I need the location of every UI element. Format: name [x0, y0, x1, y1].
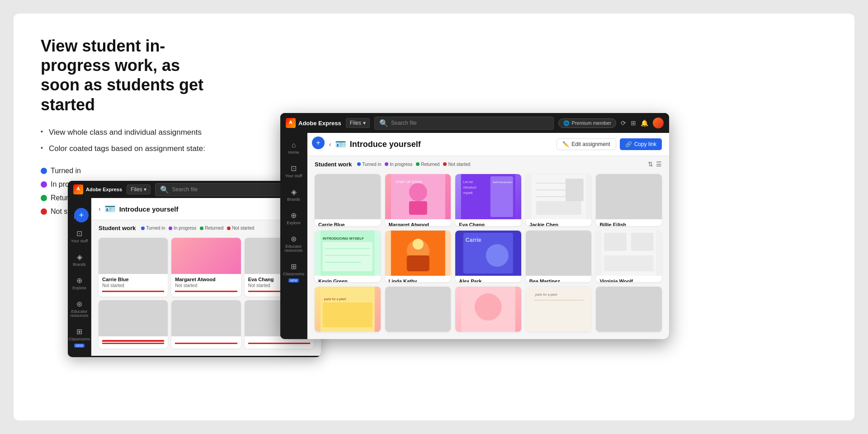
dot-turned-in: [41, 168, 47, 174]
stuff-icon-bg: ⊡: [76, 229, 82, 238]
dot-not-started: [41, 208, 47, 215]
student-card-r3-5[interactable]: [596, 287, 662, 332]
card-status-bg-6: [248, 340, 310, 342]
card-thumb-r3-5: [596, 287, 662, 332]
svg-text:INTRODUCING MYSELF: INTRODUCING MYSELF: [323, 236, 364, 241]
premium-label: Premium member: [572, 120, 611, 126]
card-bar-bg-6: [248, 343, 310, 344]
student-card-jackie[interactable]: Jackie Chen Turned in: [526, 174, 592, 226]
list-icon[interactable]: ☰: [656, 160, 662, 168]
sidebar-stuff-fg[interactable]: ⊡ Your stuff: [282, 160, 306, 182]
card-name-bg-2: Margaret Atwood: [175, 277, 237, 282]
sw-title-fg: Student work: [315, 161, 352, 168]
sw-legend-fg: Turned in In progress Returned Not start…: [357, 162, 470, 167]
student-card-bg-2[interactable]: Margaret Atwood Not started: [171, 238, 241, 297]
card-name-bea: Bea Martinez: [529, 278, 588, 283]
card-info-bg-1: Carrie Blue Not started: [99, 274, 168, 294]
copy-link-button[interactable]: 🔗 Copy link: [620, 138, 662, 150]
student-card-r3-1[interactable]: parts for a plant: [315, 287, 381, 332]
plus-button-fg[interactable]: +: [312, 137, 325, 149]
linda-artwork: [385, 231, 451, 276]
r3-4-artwork: parts for a plant: [526, 287, 592, 332]
refresh-icon[interactable]: ⟳: [621, 119, 626, 127]
ae-main-fg: ⌂ Home ⊡ Your stuff ◈ Brands ⊕ Explore ⊛: [280, 133, 669, 339]
bell-icon[interactable]: 🔔: [641, 119, 648, 127]
student-card-alex[interactable]: Carrie Alex Park Returned: [455, 231, 521, 283]
sidebar-edu-fg[interactable]: ⊛ Educator resources: [282, 231, 306, 257]
student-card-billie[interactable]: Billie Eilish Not started: [596, 174, 662, 226]
student-card-r3-3[interactable]: [455, 287, 521, 332]
files-dropdown-fg[interactable]: Files ▾: [346, 118, 370, 128]
user-avatar[interactable]: [653, 118, 664, 128]
sort-icon[interactable]: ⇅: [648, 160, 653, 168]
header-actions-fg: ✏️ Edit assignment 🔗 Copy link: [557, 138, 662, 150]
card-info-kevin: Kevin Green In progress: [315, 276, 381, 283]
svg-rect-33: [604, 233, 627, 251]
student-card-bg-5[interactable]: [171, 300, 241, 349]
sidebar-fg: ⌂ Home ⊡ Your stuff ◈ Brands ⊕ Explore ⊛: [280, 133, 307, 339]
card-status-bg-5: [175, 340, 237, 342]
card-thumb-billie: [596, 174, 662, 219]
sidebar-classrooms-label-fg: Classrooms: [283, 272, 305, 277]
sidebar-explore-fg[interactable]: ⊕ Explore: [282, 208, 306, 229]
svg-rect-35: [604, 255, 654, 271]
classrooms-icon-bg: ⊞: [76, 327, 82, 336]
student-card-bea[interactable]: Bea Martinez Not started: [526, 231, 592, 283]
card-thumb-carrie: [315, 174, 381, 219]
student-card-bg-4[interactable]: [99, 300, 168, 349]
assignment-icon-fg: 🪪: [335, 139, 346, 150]
explore-icon-bg: ⊕: [76, 276, 82, 285]
card-info-alex: Alex Park Returned: [455, 276, 521, 283]
card-info-linda: Linda Kathy Turned in: [385, 276, 451, 283]
dot-returned: [41, 195, 47, 201]
card-thumb-kevin: INTRODUCING MYSELF: [315, 231, 381, 276]
card-info-margaret: Margaret Atwood In progress: [385, 219, 451, 226]
sidebar-edu-label-fg: Educator resources: [284, 245, 304, 254]
r3-1-artwork: parts for a plant: [315, 287, 381, 332]
card-name-kevin: Kevin Green: [318, 278, 377, 283]
student-card-eva[interactable]: Let me Introduce myself. Self-Introducti…: [455, 174, 521, 226]
search-icon-bg: 🔍: [160, 185, 169, 194]
edit-assignment-button[interactable]: ✏️ Edit assignment: [557, 138, 616, 150]
sidebar-edu-bg[interactable]: ⊛ Educator resources: [68, 296, 91, 322]
search-bar-fg[interactable]: 🔍 Search file: [374, 117, 554, 130]
student-card-kevin[interactable]: INTRODUCING MYSELF Kevin Green In progre…: [315, 231, 381, 283]
grid-icon[interactable]: ⊞: [631, 119, 636, 127]
student-card-linda[interactable]: Linda Kathy Turned in: [385, 231, 451, 283]
back-button-bg[interactable]: ‹: [99, 205, 101, 212]
legend-dot-fg-1: [357, 162, 361, 166]
sidebar-brands-bg[interactable]: ◈ Brands: [68, 249, 91, 271]
card-thumb-r3-2: [385, 287, 451, 332]
student-grid-fg: Carrie Blue Not started STEP UP STEM: [307, 170, 669, 339]
student-card-r3-2[interactable]: [385, 287, 451, 332]
sidebar-classrooms-fg[interactable]: ⊞ Classrooms NEW: [282, 259, 306, 286]
sidebar-stuff-bg[interactable]: ⊡ Your stuff: [68, 226, 91, 247]
card-thumb-linda: [385, 231, 451, 276]
sidebar-brands-fg[interactable]: ◈ Brands: [282, 184, 306, 206]
files-dropdown-bg[interactable]: Files ▾: [127, 184, 151, 194]
student-card-bg-1[interactable]: Carrie Blue Not started: [99, 238, 168, 297]
legend-dot-fg-4: [443, 162, 447, 166]
sidebar-home-fg[interactable]: ⌂ Home: [282, 137, 306, 159]
ae-logo-text-bg: Adobe Express: [86, 187, 122, 192]
card-thumb-r3-4: parts for a plant: [526, 287, 592, 332]
svg-text:parts for a plant: parts for a plant: [535, 293, 557, 297]
tag-turned-in: Turned in: [41, 167, 212, 175]
card-thumb-bg-4: [99, 300, 168, 336]
student-card-margaret[interactable]: STEP UP STEM Margaret Atwood In progress: [385, 174, 451, 226]
svg-point-26: [412, 239, 423, 250]
student-card-r3-4[interactable]: parts for a plant: [526, 287, 592, 332]
sidebar-explore-bg[interactable]: ⊕ Explore: [68, 273, 91, 294]
card-info-bg-4: [99, 336, 168, 346]
sidebar-classrooms-bg[interactable]: ⊞ Classrooms NEW: [68, 324, 91, 351]
card-bar-bg-1: [102, 291, 164, 292]
ae-logo-bg: Adobe Express: [73, 184, 122, 194]
svg-rect-20: [323, 242, 373, 271]
card-name-eva: Eva Chang: [459, 222, 518, 226]
legend-dot-4: [227, 226, 231, 230]
card-thumb-r3-3: [455, 287, 521, 332]
student-card-virginia[interactable]: Virginia Woolf Turned in: [596, 231, 662, 283]
back-button-fg[interactable]: ‹: [329, 141, 331, 148]
page-container: View student in-progress work, as soon a…: [14, 14, 854, 420]
student-card-carrie[interactable]: Carrie Blue Not started: [315, 174, 381, 226]
